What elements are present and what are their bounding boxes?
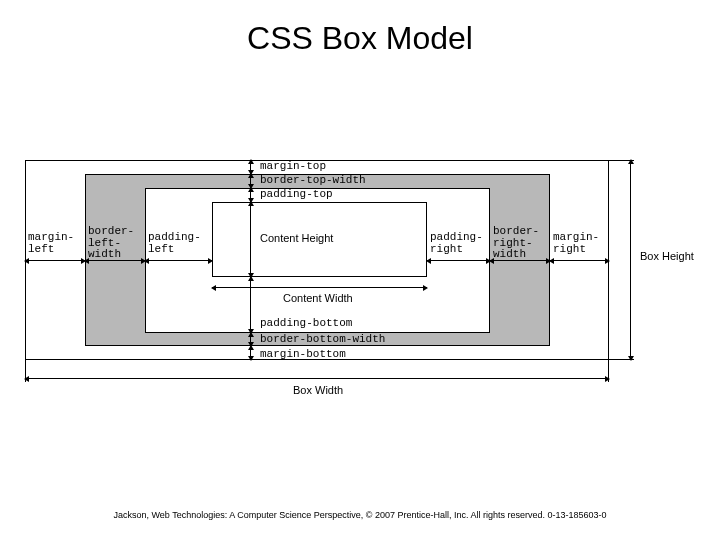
arrow-padding-top bbox=[250, 188, 251, 202]
boxwidth-tick-right bbox=[608, 360, 609, 382]
label-border-bottom: border-bottom-width bbox=[260, 334, 385, 346]
arrow-box-width bbox=[25, 378, 609, 379]
label-content-width: Content Width bbox=[283, 292, 353, 304]
arrow-box-height bbox=[630, 160, 631, 360]
label-content-height: Content Height bbox=[260, 232, 333, 244]
label-border-left: border- left- width bbox=[88, 226, 134, 261]
label-margin-top: margin-top bbox=[260, 161, 326, 173]
label-box-height: Box Height bbox=[640, 250, 694, 262]
label-padding-right: padding- right bbox=[430, 232, 483, 255]
boxheight-tick-top bbox=[609, 160, 634, 161]
label-box-width: Box Width bbox=[293, 384, 343, 396]
arrow-padding-right bbox=[427, 260, 490, 261]
arrow-margin-top bbox=[250, 160, 251, 174]
box-model-diagram: margin-top border-top-width padding-top … bbox=[25, 160, 695, 410]
arrow-margin-right bbox=[550, 260, 609, 261]
label-margin-bottom: margin-bottom bbox=[260, 349, 346, 361]
label-padding-bottom: padding-bottom bbox=[260, 318, 352, 330]
boxwidth-tick-left bbox=[25, 360, 26, 382]
label-border-top: border-top-width bbox=[260, 175, 366, 187]
label-padding-top: padding-top bbox=[260, 189, 333, 201]
arrow-margin-bottom bbox=[250, 346, 251, 360]
label-margin-left: margin- left bbox=[28, 232, 74, 255]
page-title: CSS Box Model bbox=[0, 20, 720, 57]
arrow-padding-left bbox=[145, 260, 212, 261]
label-padding-left: padding- left bbox=[148, 232, 201, 255]
boxheight-tick-bottom bbox=[609, 359, 634, 360]
label-border-right: border- right- width bbox=[493, 226, 539, 261]
arrow-margin-left bbox=[25, 260, 85, 261]
arrow-content-width bbox=[212, 287, 427, 288]
arrow-content-height bbox=[250, 202, 251, 277]
label-margin-right: margin- right bbox=[553, 232, 599, 255]
arrow-border-top bbox=[250, 174, 251, 188]
arrow-padding-bottom bbox=[250, 277, 251, 333]
footer-citation: Jackson, Web Technologies: A Computer Sc… bbox=[0, 510, 720, 520]
